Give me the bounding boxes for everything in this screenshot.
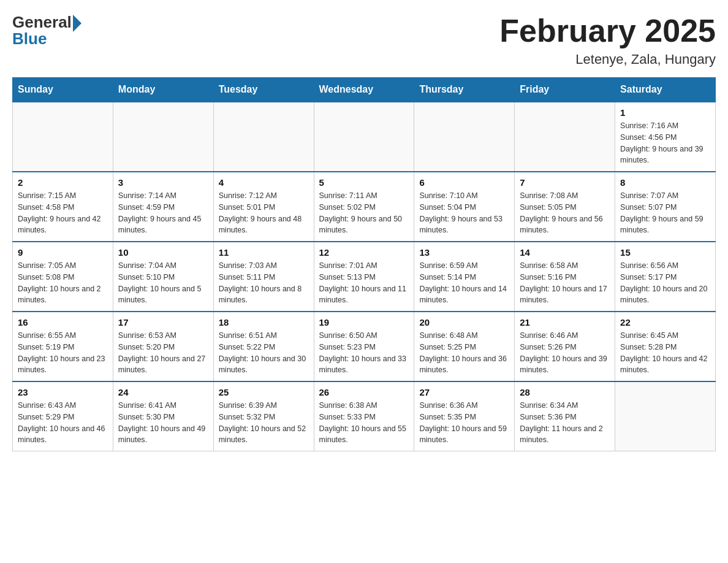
calendar-cell: 16Sunrise: 6:55 AMSunset: 5:19 PMDayligh… — [13, 312, 113, 381]
day-info: Sunrise: 7:10 AMSunset: 5:04 PMDaylight:… — [419, 190, 509, 236]
day-number: 8 — [620, 177, 710, 188]
day-info: Sunrise: 7:08 AMSunset: 5:05 PMDaylight:… — [520, 190, 610, 236]
day-info: Sunrise: 6:39 AMSunset: 5:32 PMDaylight:… — [219, 400, 309, 446]
calendar-cell: 1Sunrise: 7:16 AMSunset: 4:56 PMDaylight… — [615, 102, 716, 172]
logo-blue-text: Blue — [12, 29, 47, 48]
day-number: 16 — [18, 317, 108, 327]
day-number: 21 — [520, 317, 610, 327]
calendar-cell — [615, 381, 716, 451]
day-info: Sunrise: 6:59 AMSunset: 5:14 PMDaylight:… — [419, 260, 509, 306]
col-header-thursday: Thursday — [414, 78, 515, 102]
calendar-cell: 24Sunrise: 6:41 AMSunset: 5:30 PMDayligh… — [113, 381, 213, 451]
calendar-cell — [113, 102, 213, 172]
calendar-cell: 20Sunrise: 6:48 AMSunset: 5:25 PMDayligh… — [414, 312, 515, 381]
col-header-tuesday: Tuesday — [213, 78, 314, 102]
day-info: Sunrise: 7:05 AMSunset: 5:08 PMDaylight:… — [18, 260, 108, 306]
calendar-cell — [13, 102, 113, 172]
day-info: Sunrise: 6:53 AMSunset: 5:20 PMDaylight:… — [118, 330, 208, 376]
calendar-cell: 17Sunrise: 6:53 AMSunset: 5:20 PMDayligh… — [113, 312, 213, 381]
calendar-cell: 21Sunrise: 6:46 AMSunset: 5:26 PMDayligh… — [515, 312, 615, 381]
calendar-cell — [213, 102, 314, 172]
calendar-cell: 11Sunrise: 7:03 AMSunset: 5:11 PMDayligh… — [213, 242, 314, 312]
day-number: 27 — [419, 387, 509, 397]
calendar-cell: 23Sunrise: 6:43 AMSunset: 5:29 PMDayligh… — [13, 381, 113, 451]
calendar-week-row: 1Sunrise: 7:16 AMSunset: 4:56 PMDaylight… — [13, 102, 716, 172]
page-header: General Blue February 2025 Letenye, Zala… — [12, 12, 716, 67]
calendar-cell: 12Sunrise: 7:01 AMSunset: 5:13 PMDayligh… — [314, 242, 414, 312]
calendar-week-row: 23Sunrise: 6:43 AMSunset: 5:29 PMDayligh… — [13, 381, 716, 451]
col-header-saturday: Saturday — [615, 78, 716, 102]
logo-general-text: General — [12, 13, 72, 32]
calendar-cell: 19Sunrise: 6:50 AMSunset: 5:23 PMDayligh… — [314, 312, 414, 381]
day-info: Sunrise: 7:04 AMSunset: 5:10 PMDaylight:… — [118, 260, 208, 306]
col-header-monday: Monday — [113, 78, 213, 102]
calendar-week-row: 2Sunrise: 7:15 AMSunset: 4:58 PMDaylight… — [13, 172, 716, 242]
calendar-cell: 10Sunrise: 7:04 AMSunset: 5:10 PMDayligh… — [113, 242, 213, 312]
day-info: Sunrise: 6:43 AMSunset: 5:29 PMDaylight:… — [18, 400, 108, 446]
day-number: 28 — [520, 387, 610, 397]
day-info: Sunrise: 7:16 AMSunset: 4:56 PMDaylight:… — [620, 120, 710, 166]
day-number: 12 — [319, 247, 409, 258]
day-number: 6 — [419, 177, 509, 188]
day-number: 23 — [18, 387, 108, 397]
calendar-cell — [314, 102, 414, 172]
logo-arrow-icon — [73, 15, 82, 32]
day-number: 24 — [118, 387, 208, 397]
day-info: Sunrise: 7:11 AMSunset: 5:02 PMDaylight:… — [319, 190, 409, 236]
day-info: Sunrise: 6:36 AMSunset: 5:35 PMDaylight:… — [419, 400, 509, 446]
day-info: Sunrise: 6:38 AMSunset: 5:33 PMDaylight:… — [319, 400, 409, 446]
day-number: 26 — [319, 387, 409, 397]
day-info: Sunrise: 6:51 AMSunset: 5:22 PMDaylight:… — [219, 330, 309, 376]
calendar-cell: 3Sunrise: 7:14 AMSunset: 4:59 PMDaylight… — [113, 172, 213, 242]
calendar-cell: 2Sunrise: 7:15 AMSunset: 4:58 PMDaylight… — [13, 172, 113, 242]
calendar-cell: 13Sunrise: 6:59 AMSunset: 5:14 PMDayligh… — [414, 242, 515, 312]
day-info: Sunrise: 7:03 AMSunset: 5:11 PMDaylight:… — [219, 260, 309, 306]
day-number: 22 — [620, 317, 710, 327]
day-number: 9 — [18, 247, 108, 258]
calendar-cell: 27Sunrise: 6:36 AMSunset: 5:35 PMDayligh… — [414, 381, 515, 451]
calendar-cell: 28Sunrise: 6:34 AMSunset: 5:36 PMDayligh… — [515, 381, 615, 451]
day-info: Sunrise: 7:01 AMSunset: 5:13 PMDaylight:… — [319, 260, 409, 306]
day-number: 7 — [520, 177, 610, 188]
calendar-cell — [414, 102, 515, 172]
calendar-week-row: 9Sunrise: 7:05 AMSunset: 5:08 PMDaylight… — [13, 242, 716, 312]
day-info: Sunrise: 6:48 AMSunset: 5:25 PMDaylight:… — [419, 330, 509, 376]
day-number: 19 — [319, 317, 409, 327]
calendar-cell: 7Sunrise: 7:08 AMSunset: 5:05 PMDaylight… — [515, 172, 615, 242]
col-header-friday: Friday — [515, 78, 615, 102]
calendar-cell: 25Sunrise: 6:39 AMSunset: 5:32 PMDayligh… — [213, 381, 314, 451]
calendar-cell: 15Sunrise: 6:56 AMSunset: 5:17 PMDayligh… — [615, 242, 716, 312]
day-info: Sunrise: 6:34 AMSunset: 5:36 PMDaylight:… — [520, 400, 610, 446]
day-number: 1 — [620, 107, 710, 118]
day-number: 4 — [219, 177, 309, 188]
day-number: 5 — [319, 177, 409, 188]
col-header-sunday: Sunday — [13, 78, 113, 102]
day-info: Sunrise: 7:12 AMSunset: 5:01 PMDaylight:… — [219, 190, 309, 236]
day-info: Sunrise: 6:50 AMSunset: 5:23 PMDaylight:… — [319, 330, 409, 376]
calendar-cell: 4Sunrise: 7:12 AMSunset: 5:01 PMDaylight… — [213, 172, 314, 242]
day-number: 3 — [118, 177, 208, 188]
day-number: 11 — [219, 247, 309, 258]
calendar-cell: 9Sunrise: 7:05 AMSunset: 5:08 PMDaylight… — [13, 242, 113, 312]
day-info: Sunrise: 7:14 AMSunset: 4:59 PMDaylight:… — [118, 190, 208, 236]
calendar-cell: 6Sunrise: 7:10 AMSunset: 5:04 PMDaylight… — [414, 172, 515, 242]
day-info: Sunrise: 6:41 AMSunset: 5:30 PMDaylight:… — [118, 400, 208, 446]
calendar-cell: 18Sunrise: 6:51 AMSunset: 5:22 PMDayligh… — [213, 312, 314, 381]
day-number: 13 — [419, 247, 509, 258]
day-number: 25 — [219, 387, 309, 397]
day-number: 18 — [219, 317, 309, 327]
day-info: Sunrise: 6:46 AMSunset: 5:26 PMDaylight:… — [520, 330, 610, 376]
col-header-wednesday: Wednesday — [314, 78, 414, 102]
day-info: Sunrise: 6:56 AMSunset: 5:17 PMDaylight:… — [620, 260, 710, 306]
calendar-cell — [515, 102, 615, 172]
calendar-cell: 22Sunrise: 6:45 AMSunset: 5:28 PMDayligh… — [615, 312, 716, 381]
calendar-cell: 5Sunrise: 7:11 AMSunset: 5:02 PMDaylight… — [314, 172, 414, 242]
day-info: Sunrise: 7:07 AMSunset: 5:07 PMDaylight:… — [620, 190, 710, 236]
day-number: 17 — [118, 317, 208, 327]
day-number: 10 — [118, 247, 208, 258]
calendar-cell: 14Sunrise: 6:58 AMSunset: 5:16 PMDayligh… — [515, 242, 615, 312]
day-number: 20 — [419, 317, 509, 327]
calendar-cell: 26Sunrise: 6:38 AMSunset: 5:33 PMDayligh… — [314, 381, 414, 451]
day-info: Sunrise: 6:45 AMSunset: 5:28 PMDaylight:… — [620, 330, 710, 376]
location-text: Letenye, Zala, Hungary — [499, 52, 716, 67]
